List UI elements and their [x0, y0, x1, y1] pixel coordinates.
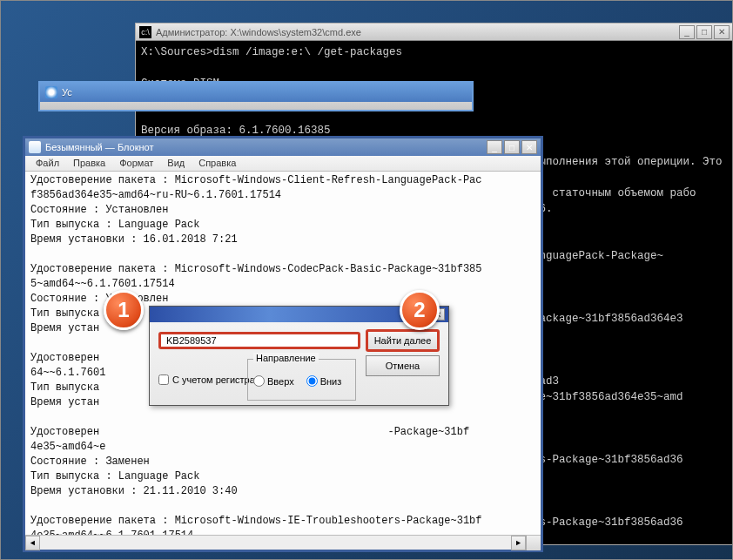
direction-legend: Направление: [253, 353, 319, 363]
notepad-icon: [29, 141, 41, 153]
close-button[interactable]: ✕: [714, 25, 730, 39]
match-case-input[interactable]: [158, 374, 169, 385]
horizontal-scrollbar[interactable]: ◄ ►: [25, 535, 541, 550]
scroll-left-icon[interactable]: ◄: [25, 536, 40, 550]
match-case-label: С учетом регистра: [172, 374, 255, 385]
find-next-button[interactable]: Найти далее: [366, 329, 440, 352]
minimize-button[interactable]: _: [487, 140, 502, 154]
scroll-track[interactable]: [40, 536, 511, 550]
cancel-button[interactable]: Отмена: [366, 355, 440, 376]
close-button[interactable]: ✕: [521, 140, 537, 154]
find-input[interactable]: [158, 332, 360, 349]
cmd-icon: c:\: [139, 26, 151, 38]
match-case-checkbox[interactable]: С учетом регистра: [158, 374, 255, 385]
annotation-callout-1: 1: [104, 290, 144, 330]
radio-up[interactable]: Вверх: [253, 375, 294, 387]
direction-group: Направление Вверх Вниз: [247, 359, 356, 401]
annotation-callout-2: 2: [400, 290, 440, 330]
scroll-corner: [526, 536, 541, 550]
installer-titlebar[interactable]: Ус: [40, 83, 472, 102]
scroll-right-icon[interactable]: ►: [511, 536, 526, 550]
menu-edit[interactable]: Правка: [66, 156, 112, 171]
cmd-title: Администратор: X:\windows\system32\cmd.e…: [156, 27, 679, 37]
minimize-button[interactable]: _: [679, 25, 695, 39]
menu-format[interactable]: Формат: [112, 156, 160, 171]
notepad-titlebar[interactable]: Безымянный — Блокнот _ □ ✕: [25, 138, 541, 156]
notepad-menubar: Файл Правка Формат Вид Справка: [25, 156, 541, 172]
notepad-title: Безымянный — Блокнот: [45, 142, 153, 152]
menu-view[interactable]: Вид: [160, 156, 192, 171]
cmd-titlebar[interactable]: c:\ Администратор: X:\windows\system32\c…: [136, 24, 733, 41]
menu-help[interactable]: Справка: [192, 156, 243, 171]
maximize-button[interactable]: □: [696, 25, 712, 39]
menu-file[interactable]: Файл: [29, 156, 66, 171]
radio-down[interactable]: Вниз: [306, 375, 342, 387]
windows-icon: [45, 86, 57, 98]
installer-title: Ус: [62, 87, 72, 98]
installer-window: Ус: [38, 81, 474, 111]
maximize-button[interactable]: □: [504, 140, 520, 154]
